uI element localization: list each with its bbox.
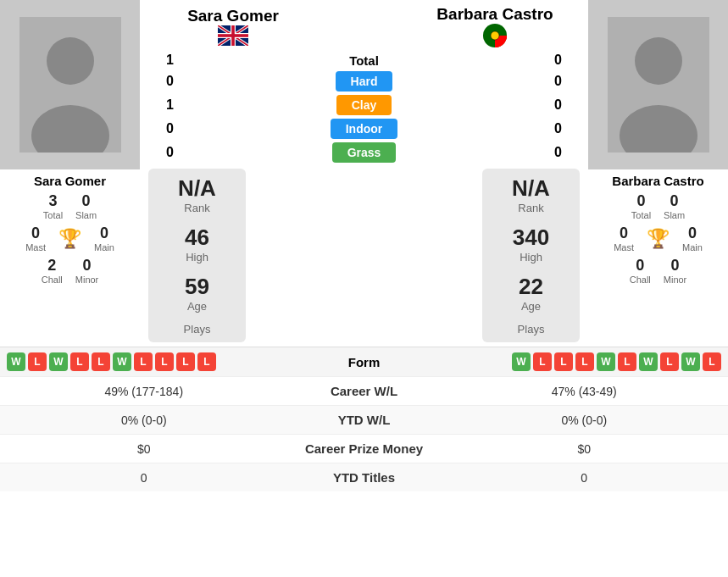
total-center: Total	[182, 53, 546, 68]
left-player-grid: Sara Gomer 3 Total 0 Slam 0 Mast	[0, 169, 140, 289]
ytd-wl-label: YTD W/L	[280, 413, 449, 427]
form-label: Form	[314, 355, 415, 369]
left-player-photo	[0, 0, 140, 169]
left-stats-row2: 0 Mast 🏆 0 Main	[25, 225, 114, 252]
left-high-entry: 46 High	[160, 225, 234, 264]
form-badge-l: L	[70, 352, 89, 371]
left-age-entry: 59 Age	[160, 274, 234, 313]
form-badge-l: L	[197, 352, 216, 371]
form-badge-l: L	[533, 352, 552, 371]
right-slam: 0 Slam	[664, 192, 685, 220]
left-stats-row3: 2 Chall 0 Minor	[42, 257, 99, 285]
left-player-name: Sara Gomer	[34, 174, 106, 188]
hard-row: 0 Hard 0	[140, 69, 588, 93]
left-total: 3 Total	[43, 192, 63, 220]
left-form-badges: WLWLLWLLLL	[7, 352, 314, 371]
ytd-titles-label: YTD Titles	[280, 470, 449, 485]
right-name-flag: Barbara Castro	[410, 5, 580, 47]
left-prize: $0	[8, 442, 280, 456]
form-badge-w: W	[113, 352, 131, 371]
right-player-name: Barbara Castro	[612, 174, 703, 188]
left-ytd-titles: 0	[8, 471, 280, 485]
right-ytd-titles: 0	[449, 471, 720, 485]
stats-middle: N/A Rank 46 High 59 Age Plays	[140, 164, 588, 347]
form-badge-l: L	[554, 352, 573, 371]
right-high-entry: 340 High	[494, 225, 568, 264]
form-badge-w: W	[639, 352, 658, 371]
form-badge-w: W	[49, 352, 68, 371]
uk-flag-icon	[218, 25, 248, 46]
left-name-flag: Sara Gomer	[148, 7, 318, 46]
names-flags-row: Sara Gomer	[140, 0, 588, 51]
right-photo-block: Barbara Castro 0 Total 0 Slam 0 Mast	[588, 0, 728, 347]
form-badge-l: L	[618, 352, 636, 371]
left-minor: 0 Minor	[75, 257, 99, 285]
form-badge-l: L	[28, 352, 47, 371]
trophy-icon-right: 🏆	[647, 228, 670, 250]
form-badge-l: L	[703, 352, 721, 371]
right-mast: 0 Mast	[614, 225, 634, 252]
main-layout: Sara Gomer 3 Total 0 Slam 0 Mast	[0, 0, 728, 491]
clay-row: 1 Clay 0	[140, 93, 588, 117]
grass-center: Grass	[182, 142, 546, 163]
right-stats-row2: 0 Mast 🏆 0 Main	[614, 225, 703, 252]
right-stats-row1: 0 Total 0 Slam	[631, 192, 685, 220]
prize-row: $0 Career Prize Money $0	[0, 434, 728, 463]
form-badge-l: L	[660, 352, 679, 371]
right-career-wl: 47% (43-49)	[449, 385, 720, 398]
left-main: 0 Main	[94, 225, 114, 252]
career-wl-row: 49% (177-184) Career W/L 47% (43-49)	[0, 376, 728, 405]
center-content: Sara Gomer	[140, 0, 588, 347]
form-badge-w: W	[7, 352, 25, 371]
svg-rect-11	[218, 34, 248, 37]
left-mast: 0 Mast	[25, 225, 46, 252]
indoor-center: Indoor	[182, 119, 546, 139]
right-stats-card: N/A Rank 340 High 22 Age Plays	[482, 169, 580, 342]
ytd-wl-row: 0% (0-0) YTD W/L 0% (0-0)	[0, 405, 728, 434]
left-trophy: 🏆	[58, 225, 81, 252]
form-section: WLWLLWLLLL Form WLLLWLWLWL	[0, 347, 728, 376]
right-form-badges: WLLLWLWLWL	[415, 352, 722, 371]
ytd-titles-row: 0 YTD Titles 0	[0, 463, 728, 491]
left-photo-block: Sara Gomer 3 Total 0 Slam 0 Mast	[0, 0, 140, 347]
right-player-grid: Barbara Castro 0 Total 0 Slam 0 Mast	[588, 169, 728, 289]
top-content-row: Sara Gomer 3 Total 0 Slam 0 Mast	[0, 0, 728, 347]
svg-point-13	[491, 31, 499, 40]
clay-center: Clay	[182, 95, 546, 115]
right-stats-row3: 0 Chall 0 Minor	[630, 257, 687, 285]
indoor-row: 0 Indoor 0	[140, 117, 588, 141]
right-name-header: Barbara Castro	[436, 5, 553, 24]
left-stats-card: N/A Rank 46 High 59 Age Plays	[148, 169, 246, 342]
form-badge-l: L	[134, 352, 153, 371]
right-minor: 0 Minor	[664, 257, 687, 285]
hard-center: Hard	[182, 71, 546, 92]
svg-point-15	[635, 37, 682, 85]
form-badge-w: W	[512, 352, 531, 371]
svg-point-1	[47, 37, 94, 85]
total-row: 1 Total 0	[140, 51, 588, 69]
right-main: 0 Main	[682, 225, 703, 252]
vs-rows: 1 Total 0 0 Hard 0 1 Clay	[140, 51, 588, 164]
right-rank-entry: N/A Rank	[494, 175, 568, 214]
pt-flag-icon	[483, 24, 507, 47]
left-slam: 0 Slam	[75, 192, 97, 220]
right-prize: $0	[449, 442, 720, 456]
right-ytd-wl: 0% (0-0)	[449, 413, 720, 427]
career-wl-label: Career W/L	[280, 384, 449, 398]
form-badge-w: W	[681, 352, 700, 371]
right-chall: 0 Chall	[630, 257, 651, 285]
right-player-photo	[588, 0, 728, 169]
form-badge-w: W	[597, 352, 615, 371]
right-trophy: 🏆	[647, 225, 670, 252]
left-career-wl: 49% (177-184)	[8, 385, 280, 398]
left-ytd-wl: 0% (0-0)	[8, 413, 280, 427]
form-badge-l: L	[176, 352, 195, 371]
right-age-entry: 22 Age	[494, 274, 568, 313]
left-plays-entry: Plays	[160, 323, 234, 336]
left-chall: 2 Chall	[42, 257, 63, 285]
left-rank-entry: N/A Rank	[160, 175, 234, 214]
left-stats-row1: 3 Total 0 Slam	[43, 192, 97, 220]
form-badge-l: L	[92, 352, 110, 371]
right-plays-entry: Plays	[494, 323, 568, 336]
grass-row: 0 Grass 0	[140, 141, 588, 164]
